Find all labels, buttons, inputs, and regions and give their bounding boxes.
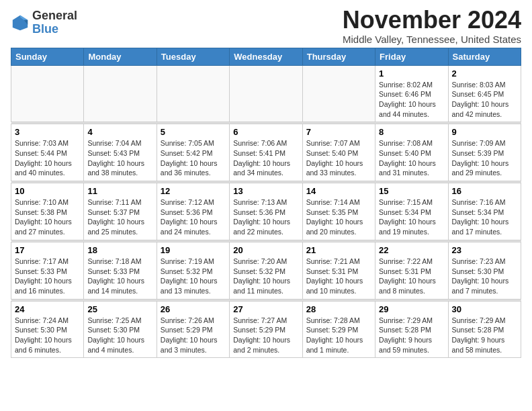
logo-text: General Blue	[32, 9, 77, 36]
day-number: 11	[87, 186, 152, 196]
day-info: Sunrise: 7:29 AM Sunset: 5:28 PM Dayligh…	[379, 316, 444, 355]
calendar-cell: 12Sunrise: 7:12 AM Sunset: 5:36 PM Dayli…	[157, 183, 229, 240]
calendar-cell: 27Sunrise: 7:27 AM Sunset: 5:29 PM Dayli…	[230, 301, 302, 358]
day-info: Sunrise: 7:04 AM Sunset: 5:43 PM Dayligh…	[87, 138, 152, 178]
calendar-cell: 28Sunrise: 7:28 AM Sunset: 5:29 PM Dayli…	[302, 301, 375, 358]
page: General Blue November 2024 Middle Valley…	[0, 0, 532, 362]
calendar-cell: 19Sunrise: 7:19 AM Sunset: 5:32 PM Dayli…	[157, 242, 229, 299]
week-row-4: 24Sunrise: 7:24 AM Sunset: 5:30 PM Dayli…	[11, 301, 521, 358]
day-number: 3	[15, 127, 80, 137]
day-info: Sunrise: 7:03 AM Sunset: 5:44 PM Dayligh…	[15, 138, 80, 178]
day-number: 23	[452, 245, 517, 255]
day-info: Sunrise: 7:07 AM Sunset: 5:40 PM Dayligh…	[306, 138, 371, 178]
calendar-cell: 29Sunrise: 7:29 AM Sunset: 5:28 PM Dayli…	[375, 301, 448, 358]
day-info: Sunrise: 7:15 AM Sunset: 5:34 PM Dayligh…	[379, 197, 444, 237]
day-info: Sunrise: 7:18 AM Sunset: 5:33 PM Dayligh…	[87, 257, 152, 296]
calendar-cell: 9Sunrise: 7:09 AM Sunset: 5:39 PM Daylig…	[448, 124, 521, 181]
col-wednesday: Wednesday	[230, 48, 302, 65]
day-number: 13	[233, 186, 298, 196]
day-info: Sunrise: 7:05 AM Sunset: 5:42 PM Dayligh…	[161, 138, 226, 178]
day-info: Sunrise: 8:03 AM Sunset: 6:45 PM Dayligh…	[452, 80, 517, 120]
calendar-cell: 15Sunrise: 7:15 AM Sunset: 5:34 PM Dayli…	[375, 183, 448, 240]
calendar-cell: 24Sunrise: 7:24 AM Sunset: 5:30 PM Dayli…	[11, 301, 84, 358]
day-number: 19	[161, 245, 226, 255]
calendar-cell	[230, 65, 302, 122]
day-number: 22	[379, 245, 444, 255]
col-friday: Friday	[375, 48, 448, 65]
day-number: 24	[15, 304, 80, 314]
day-number: 20	[233, 245, 298, 255]
day-info: Sunrise: 8:02 AM Sunset: 6:46 PM Dayligh…	[379, 80, 444, 120]
title-area: November 2024 Middle Valley, Tennessee, …	[343, 7, 521, 45]
calendar-cell: 2Sunrise: 8:03 AM Sunset: 6:45 PM Daylig…	[448, 65, 521, 122]
day-info: Sunrise: 7:10 AM Sunset: 5:38 PM Dayligh…	[15, 197, 80, 237]
calendar-cell: 6Sunrise: 7:06 AM Sunset: 5:41 PM Daylig…	[230, 124, 302, 181]
calendar-cell: 17Sunrise: 7:17 AM Sunset: 5:33 PM Dayli…	[11, 242, 84, 299]
calendar-cell	[11, 65, 84, 122]
day-number: 9	[452, 127, 517, 137]
week-row-0: 1Sunrise: 8:02 AM Sunset: 6:46 PM Daylig…	[11, 65, 521, 122]
day-info: Sunrise: 7:11 AM Sunset: 5:37 PM Dayligh…	[87, 197, 152, 237]
day-number: 27	[233, 304, 298, 314]
col-monday: Monday	[84, 48, 157, 65]
week-row-1: 3Sunrise: 7:03 AM Sunset: 5:44 PM Daylig…	[11, 124, 521, 181]
col-saturday: Saturday	[448, 48, 521, 65]
day-info: Sunrise: 7:12 AM Sunset: 5:36 PM Dayligh…	[161, 197, 226, 237]
day-info: Sunrise: 7:29 AM Sunset: 5:28 PM Dayligh…	[452, 316, 517, 355]
col-tuesday: Tuesday	[157, 48, 229, 65]
calendar-cell: 13Sunrise: 7:13 AM Sunset: 5:36 PM Dayli…	[230, 183, 302, 240]
calendar-cell	[84, 65, 157, 122]
day-number: 5	[161, 127, 226, 137]
month-title: November 2024	[343, 7, 521, 34]
day-info: Sunrise: 7:13 AM Sunset: 5:36 PM Dayligh…	[233, 197, 298, 237]
day-info: Sunrise: 7:21 AM Sunset: 5:31 PM Dayligh…	[306, 257, 371, 296]
day-info: Sunrise: 7:09 AM Sunset: 5:39 PM Dayligh…	[452, 138, 517, 178]
col-thursday: Thursday	[302, 48, 375, 65]
col-sunday: Sunday	[11, 48, 84, 65]
calendar-header-row: Sunday Monday Tuesday Wednesday Thursday…	[11, 48, 521, 65]
day-number: 10	[15, 186, 80, 196]
calendar-cell: 5Sunrise: 7:05 AM Sunset: 5:42 PM Daylig…	[157, 124, 229, 181]
calendar-cell: 11Sunrise: 7:11 AM Sunset: 5:37 PM Dayli…	[84, 183, 157, 240]
day-info: Sunrise: 7:24 AM Sunset: 5:30 PM Dayligh…	[15, 316, 80, 355]
calendar-cell: 26Sunrise: 7:26 AM Sunset: 5:29 PM Dayli…	[157, 301, 229, 358]
day-info: Sunrise: 7:28 AM Sunset: 5:29 PM Dayligh…	[306, 316, 371, 355]
day-info: Sunrise: 7:08 AM Sunset: 5:40 PM Dayligh…	[379, 138, 444, 178]
day-info: Sunrise: 7:25 AM Sunset: 5:30 PM Dayligh…	[87, 316, 152, 355]
day-number: 7	[306, 127, 371, 137]
day-info: Sunrise: 7:06 AM Sunset: 5:41 PM Dayligh…	[233, 138, 298, 178]
day-number: 15	[379, 186, 444, 196]
calendar-cell: 1Sunrise: 8:02 AM Sunset: 6:46 PM Daylig…	[375, 65, 448, 122]
day-info: Sunrise: 7:16 AM Sunset: 5:34 PM Dayligh…	[452, 197, 517, 237]
calendar-cell: 7Sunrise: 7:07 AM Sunset: 5:40 PM Daylig…	[302, 124, 375, 181]
day-number: 2	[452, 68, 517, 79]
day-number: 28	[306, 304, 371, 314]
day-number: 25	[87, 304, 152, 314]
calendar-cell: 3Sunrise: 7:03 AM Sunset: 5:44 PM Daylig…	[11, 124, 84, 181]
day-number: 30	[452, 304, 517, 314]
calendar-cell: 30Sunrise: 7:29 AM Sunset: 5:28 PM Dayli…	[448, 301, 521, 358]
calendar-cell: 21Sunrise: 7:21 AM Sunset: 5:31 PM Dayli…	[302, 242, 375, 299]
day-number: 1	[379, 68, 444, 79]
logo-icon	[11, 13, 30, 32]
calendar-cell: 4Sunrise: 7:04 AM Sunset: 5:43 PM Daylig…	[84, 124, 157, 181]
day-number: 21	[306, 245, 371, 255]
day-number: 14	[306, 186, 371, 196]
logo: General Blue	[11, 9, 77, 36]
svg-marker-0	[13, 15, 28, 30]
calendar-cell: 10Sunrise: 7:10 AM Sunset: 5:38 PM Dayli…	[11, 183, 84, 240]
week-row-3: 17Sunrise: 7:17 AM Sunset: 5:33 PM Dayli…	[11, 242, 521, 299]
calendar-cell: 14Sunrise: 7:14 AM Sunset: 5:35 PM Dayli…	[302, 183, 375, 240]
calendar-cell: 22Sunrise: 7:22 AM Sunset: 5:31 PM Dayli…	[375, 242, 448, 299]
day-info: Sunrise: 7:20 AM Sunset: 5:32 PM Dayligh…	[233, 257, 298, 296]
logo-general: General	[32, 9, 77, 22]
calendar-cell: 20Sunrise: 7:20 AM Sunset: 5:32 PM Dayli…	[230, 242, 302, 299]
day-info: Sunrise: 7:23 AM Sunset: 5:30 PM Dayligh…	[452, 257, 517, 296]
calendar-cell: 23Sunrise: 7:23 AM Sunset: 5:30 PM Dayli…	[448, 242, 521, 299]
day-number: 29	[379, 304, 444, 314]
day-number: 6	[233, 127, 298, 137]
day-number: 8	[379, 127, 444, 137]
day-number: 4	[87, 127, 152, 137]
day-info: Sunrise: 7:19 AM Sunset: 5:32 PM Dayligh…	[161, 257, 226, 296]
calendar-cell	[157, 65, 229, 122]
